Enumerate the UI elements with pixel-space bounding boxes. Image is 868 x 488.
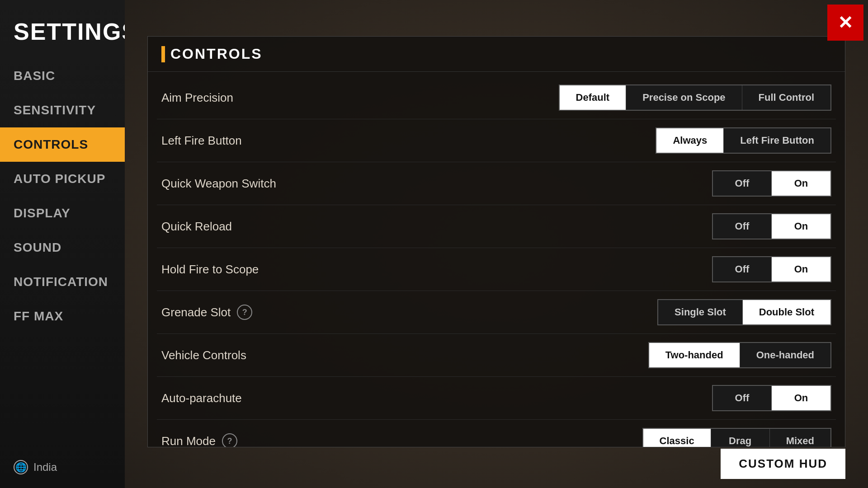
btn-option-quick-reload-0[interactable]: Off [713,214,772,239]
btn-option-quick-weapon-switch-1[interactable]: On [772,171,830,196]
setting-label-text-aim-precision: Aim Precision [161,91,233,105]
setting-label-text-hold-fire-to-scope: Hold Fire to Scope [161,263,259,277]
setting-label-left-fire-button: Left Fire Button [161,134,242,148]
setting-row-quick-reload: Quick ReloadOffOn [157,205,836,248]
setting-row-run-mode: Run Mode?ClassicDragMixed [157,420,836,447]
sidebar-item-display[interactable]: DISPLAY [0,196,125,230]
main-content: ✕ CONTROLS Aim PrecisionDefaultPrecise o… [125,0,868,488]
panel-title: CONTROLS [170,46,263,62]
setting-row-vehicle-controls: Vehicle ControlsTwo-handedOne-handed [157,334,836,377]
setting-label-text-quick-weapon-switch: Quick Weapon Switch [161,177,276,191]
sidebar-item-sensitivity[interactable]: SENSITIVITY [0,93,125,127]
settings-panel: CONTROLS Aim PrecisionDefaultPrecise on … [147,36,845,447]
btn-option-run-mode-2[interactable]: Mixed [770,429,830,447]
sidebar-item-basic[interactable]: BASIC [0,59,125,93]
btn-group-quick-weapon-switch: OffOn [712,170,831,197]
btn-group-hold-fire-to-scope: OffOn [712,256,831,282]
btn-option-hold-fire-to-scope-0[interactable]: Off [713,257,772,282]
settings-rows: Aim PrecisionDefaultPrecise on ScopeFull… [148,72,845,447]
btn-group-quick-reload: OffOn [712,213,831,239]
setting-label-aim-precision: Aim Precision [161,91,233,105]
btn-option-vehicle-controls-1[interactable]: One-handed [740,343,830,367]
btn-option-quick-weapon-switch-0[interactable]: Off [713,171,772,196]
setting-row-auto-parachute: Auto-parachuteOffOn [157,377,836,420]
setting-row-grenade-slot: Grenade Slot?Single SlotDouble Slot [157,291,836,334]
btn-option-auto-parachute-0[interactable]: Off [713,386,772,410]
app-title: SETTINGS [0,9,125,59]
sidebar-item-controls[interactable]: CONTROLS [0,127,125,162]
sidebar-item-ff-max[interactable]: FF MAX [0,299,125,333]
custom-hud-button[interactable]: CUSTOM HUD [721,449,845,479]
setting-label-grenade-slot: Grenade Slot? [161,305,252,320]
setting-label-text-left-fire-button: Left Fire Button [161,134,242,148]
btn-option-run-mode-1[interactable]: Drag [711,429,770,447]
btn-option-left-fire-button-1[interactable]: Left Fire Button [724,128,830,153]
setting-label-auto-parachute: Auto-parachute [161,391,242,405]
region-label: India [33,461,57,474]
btn-option-run-mode-0[interactable]: Classic [643,429,711,447]
setting-label-text-quick-reload: Quick Reload [161,220,232,234]
setting-label-quick-reload: Quick Reload [161,220,232,234]
btn-group-aim-precision: DefaultPrecise on ScopeFull Control [559,84,831,111]
globe-icon: 🌐 [14,460,28,474]
sidebar: SETTINGS BASICSENSITIVITYCONTROLSAUTO PI… [0,0,125,488]
setting-row-aim-precision: Aim PrecisionDefaultPrecise on ScopeFull… [157,76,836,119]
setting-label-text-run-mode: Run Mode [161,434,216,448]
setting-row-quick-weapon-switch: Quick Weapon SwitchOffOn [157,162,836,205]
setting-label-quick-weapon-switch: Quick Weapon Switch [161,177,276,191]
setting-label-text-vehicle-controls: Vehicle Controls [161,348,246,362]
close-button[interactable]: ✕ [827,5,863,41]
btn-option-grenade-slot-1[interactable]: Double Slot [743,300,830,324]
btn-option-aim-precision-2[interactable]: Full Control [742,85,830,110]
setting-label-run-mode: Run Mode? [161,433,237,447]
btn-option-grenade-slot-0[interactable]: Single Slot [658,300,743,324]
btn-option-aim-precision-0[interactable]: Default [560,85,627,110]
btn-option-vehicle-controls-0[interactable]: Two-handed [649,343,740,367]
setting-label-hold-fire-to-scope: Hold Fire to Scope [161,263,259,277]
sidebar-item-notification[interactable]: NOTIFICATION [0,265,125,299]
btn-option-auto-parachute-1[interactable]: On [772,386,830,410]
btn-group-grenade-slot: Single SlotDouble Slot [657,299,831,325]
setting-label-text-grenade-slot: Grenade Slot [161,305,231,319]
btn-group-left-fire-button: AlwaysLeft Fire Button [656,127,831,154]
setting-row-hold-fire-to-scope: Hold Fire to ScopeOffOn [157,248,836,291]
btn-option-quick-reload-1[interactable]: On [772,214,830,239]
sidebar-item-auto-pickup[interactable]: AUTO PICKUP [0,162,125,196]
btn-group-vehicle-controls: Two-handedOne-handed [648,342,831,368]
help-icon-run-mode[interactable]: ? [222,433,237,447]
setting-label-vehicle-controls: Vehicle Controls [161,348,246,362]
sidebar-item-sound[interactable]: SOUND [0,230,125,265]
btn-option-hold-fire-to-scope-1[interactable]: On [772,257,830,282]
btn-option-left-fire-button-0[interactable]: Always [656,128,724,153]
sidebar-footer: 🌐 India [0,446,125,488]
header-accent-bar [161,46,165,62]
btn-option-aim-precision-1[interactable]: Precise on Scope [626,85,742,110]
setting-row-left-fire-button: Left Fire ButtonAlwaysLeft Fire Button [157,119,836,162]
btn-group-auto-parachute: OffOn [712,385,831,411]
btn-group-run-mode: ClassicDragMixed [642,428,831,447]
setting-label-text-auto-parachute: Auto-parachute [161,391,242,405]
help-icon-grenade-slot[interactable]: ? [237,305,252,320]
panel-header: CONTROLS [148,37,845,72]
